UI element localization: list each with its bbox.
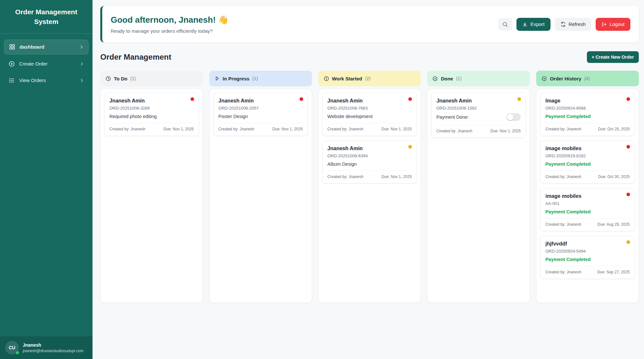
main-content: Good afternoon, Jnanesh! 👋 Ready to mana… xyxy=(93,0,644,359)
created-by: Created by: Jnanesh xyxy=(545,222,581,227)
created-by: Created by: Jnanesh xyxy=(328,174,364,179)
status-dot xyxy=(626,240,630,244)
order-card[interactable]: jhjfvvddf ORD-20250924-5494 Payment Comp… xyxy=(540,236,635,279)
column-in-progress: In Progress (1) Jnanesh Amin ORD-2025100… xyxy=(209,71,312,303)
user-email: jnanesh@druvianstudiosudupi.com xyxy=(23,349,83,353)
column-body-work-started: Jnanesh Amin ORD-20251008-7663 Website d… xyxy=(318,89,421,303)
created-by: Created by: Jnanesh xyxy=(109,127,145,131)
refresh-button[interactable]: Refresh xyxy=(555,18,592,31)
kanban-board: To Do (1) Jnanesh Amin ORD-20251008-3289… xyxy=(100,71,639,303)
order-card[interactable]: image mobiles ORD-20250919-8182 Payment … xyxy=(540,140,635,184)
payment-toggle[interactable] xyxy=(506,113,521,121)
sidebar-item-dashboard[interactable]: dashboard xyxy=(4,40,89,54)
welcome-banner: Good afternoon, Jnanesh! 👋 Ready to mana… xyxy=(100,6,639,42)
toggle-knob xyxy=(507,114,514,120)
export-button[interactable]: Export xyxy=(516,18,550,31)
greeting-subtitle: Ready to manage your orders efficiently … xyxy=(111,28,229,34)
column-count: (2) xyxy=(365,76,371,81)
user-name: Jnanesh xyxy=(23,342,83,348)
created-by: Created by: Jnanesh xyxy=(545,127,581,131)
column-count: (4) xyxy=(584,76,590,81)
order-card[interactable]: Jnanesh Amin ORD-20251008-6394 Album Des… xyxy=(322,140,417,184)
search-icon xyxy=(502,21,508,27)
order-customer-name: Jnanesh Amin xyxy=(328,98,412,104)
check-circle-icon xyxy=(432,76,438,81)
user-profile[interactable]: CU Jnanesh jnanesh@druvianstudiosudupi.c… xyxy=(0,336,93,359)
sidebar-item-label: Create Order xyxy=(19,61,75,66)
order-customer-name: image mobiles xyxy=(545,146,630,151)
order-customer-name: image mobiles xyxy=(545,193,630,199)
create-new-order-button[interactable]: + Create New Order xyxy=(587,51,639,63)
created-by: Created by: Jnanesh xyxy=(436,129,472,133)
payment-status: Payment Completed xyxy=(545,257,630,262)
order-card[interactable]: Jnanesh Amin ORD-20251008-7663 Website d… xyxy=(322,93,417,136)
order-card[interactable]: image mobiles AA-001 Payment Completed C… xyxy=(540,188,635,231)
status-dot xyxy=(626,193,630,196)
chevron-right-icon xyxy=(79,45,84,49)
order-customer-name: jhjfvvddf xyxy=(545,241,630,247)
column-todo: To Do (1) Jnanesh Amin ORD-20251008-3289… xyxy=(100,71,203,303)
logout-label: Logout xyxy=(610,21,625,27)
order-card[interactable]: Jnanesh Amin ORD-20251008-2057 Poster De… xyxy=(213,93,308,136)
column-work-started: Work Started (2) Jnanesh Amin ORD-202510… xyxy=(318,71,421,303)
plus-circle-icon xyxy=(8,61,15,67)
order-customer-name: Jnanesh Amin xyxy=(328,146,412,151)
alert-circle-icon xyxy=(324,76,329,81)
sidebar-item-label: View Orders xyxy=(19,78,75,83)
column-header-done: Done (1) xyxy=(427,71,530,86)
order-card[interactable]: Jnanesh Amin ORD-20251008-1592 Payment D… xyxy=(431,93,526,138)
order-customer-name: Image xyxy=(545,98,630,104)
sidebar: Order Management System dashboard Create… xyxy=(0,0,93,359)
created-by: Created by: Jnanesh xyxy=(545,270,581,274)
created-by: Created by: Jnanesh xyxy=(545,174,581,179)
chevron-right-icon xyxy=(80,62,84,66)
sidebar-item-view-orders[interactable]: View Orders xyxy=(4,73,89,88)
logout-button[interactable]: Logout xyxy=(596,18,630,31)
order-description: Poster Design xyxy=(218,114,303,119)
export-label: Export xyxy=(530,21,544,27)
column-header-order-history: Order History (4) xyxy=(536,71,639,86)
play-icon xyxy=(215,76,220,81)
column-header-todo: To Do (1) xyxy=(100,71,203,86)
due-date: Due: Aug 29, 2025 xyxy=(598,222,630,227)
due-date: Due: Nov 1, 2025 xyxy=(163,127,193,131)
order-card[interactable]: Jnanesh Amin ORD-20251008-3289 Required … xyxy=(104,93,199,136)
order-description: Album Design xyxy=(328,162,412,167)
created-by: Created by: Jnanesh xyxy=(328,127,364,131)
due-date: Due: Oct 25, 2025 xyxy=(598,127,630,131)
order-id: ORD-20250919-8182 xyxy=(545,153,630,158)
logout-icon xyxy=(601,22,607,27)
column-name: Work Started xyxy=(332,76,362,81)
due-date: Due: Nov 1, 2025 xyxy=(272,127,303,131)
order-description: Required photo editing xyxy=(109,114,194,119)
payment-status: Payment Completed xyxy=(545,114,630,119)
column-count: (1) xyxy=(130,76,136,81)
column-body-order-history: Image ORD-20250924-6568 Payment Complete… xyxy=(536,89,639,303)
sidebar-item-create-order[interactable]: Create Order xyxy=(4,57,89,71)
online-status-dot xyxy=(15,351,19,355)
order-id: ORD-20251008-7663 xyxy=(328,106,412,111)
order-id: ORD-20251008-3289 xyxy=(109,106,194,111)
order-id: ORD-20250924-6568 xyxy=(545,106,630,111)
sidebar-nav: dashboard Create Order View Orders xyxy=(0,34,93,93)
avatar: CU xyxy=(5,341,19,354)
order-id: ORD-20251008-2057 xyxy=(218,106,303,111)
payment-status: Payment Completed xyxy=(545,209,630,214)
created-by: Created by: Jnanesh xyxy=(218,127,254,131)
download-icon xyxy=(522,22,527,27)
column-name: Done xyxy=(441,76,453,81)
order-description: Website development xyxy=(328,114,412,119)
status-dot xyxy=(626,145,630,149)
due-date: Due: Oct 30, 2025 xyxy=(598,174,630,179)
order-id: AA-001 xyxy=(545,201,630,206)
order-customer-name: Jnanesh Amin xyxy=(109,98,194,104)
column-order-history: Order History (4) Image ORD-20250924-656… xyxy=(536,71,639,303)
payment-status: Payment Completed xyxy=(545,162,630,167)
order-card[interactable]: Image ORD-20250924-6568 Payment Complete… xyxy=(540,93,635,136)
column-header-in-progress: In Progress (1) xyxy=(209,71,312,86)
column-name: Order History xyxy=(550,76,581,81)
app-title: Order Management System xyxy=(0,0,93,34)
avatar-initials: CU xyxy=(9,345,15,350)
status-dot xyxy=(191,97,194,101)
search-button[interactable] xyxy=(498,18,512,30)
